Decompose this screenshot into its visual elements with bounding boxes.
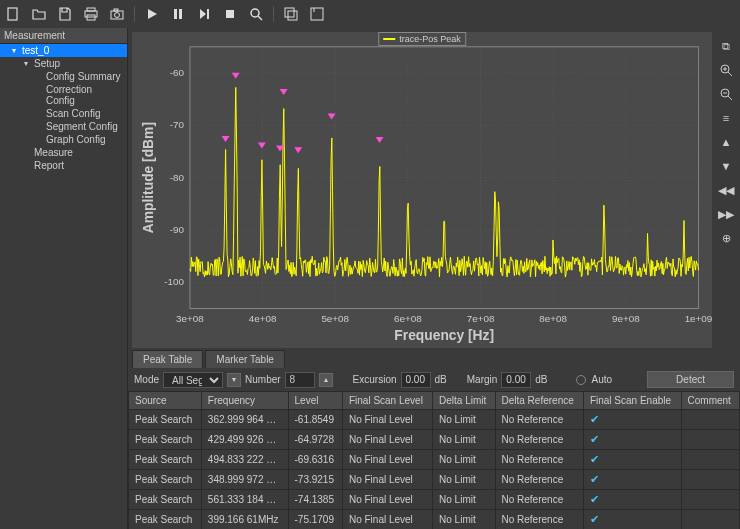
main-toolbar — [0, 0, 740, 28]
pause-icon[interactable] — [169, 5, 187, 23]
svg-text:Amplitude [dBm]: Amplitude [dBm] — [140, 122, 156, 233]
svg-line-47 — [728, 72, 732, 76]
tree-item-correction-config[interactable]: Correction Config — [0, 83, 127, 107]
svg-line-51 — [728, 96, 732, 100]
spectrum-chart[interactable]: trace-Pos Peak -60-70-80-90-1003e+084e+0… — [132, 32, 712, 348]
svg-text:7e+08: 7e+08 — [467, 313, 495, 324]
svg-point-5 — [115, 13, 120, 18]
auto-label: Auto — [592, 374, 613, 385]
svg-line-12 — [258, 16, 262, 20]
right-icon[interactable]: ▶▶ — [718, 206, 734, 222]
mode-select[interactable]: All Seg — [163, 372, 223, 388]
tab-marker-table[interactable]: Marker Table — [205, 350, 285, 368]
separator — [134, 6, 135, 22]
sidebar-header: Measurement — [0, 28, 127, 44]
play-icon[interactable] — [143, 5, 161, 23]
col-frequency[interactable]: Frequency — [201, 392, 288, 410]
window-tile-icon[interactable] — [308, 5, 326, 23]
svg-text:-60: -60 — [170, 67, 185, 78]
tree-item-segment-config[interactable]: Segment Config — [0, 120, 127, 133]
result-tabs: Peak Table Marker Table — [128, 348, 740, 368]
unit-label-1: dB — [435, 374, 447, 385]
svg-rect-6 — [114, 9, 118, 11]
table-row[interactable]: Peak Search399.166 61MHz-75.1709No Final… — [129, 510, 740, 530]
tree-item-config-summary[interactable]: Config Summary — [0, 70, 127, 83]
svg-rect-7 — [174, 9, 177, 19]
table-row[interactable]: Peak Search429.499 926 …-64.9728No Final… — [129, 430, 740, 450]
number-input[interactable] — [285, 372, 315, 388]
svg-text:4e+08: 4e+08 — [249, 313, 277, 324]
auto-radio[interactable] — [576, 375, 586, 385]
col-delta-limit[interactable]: Delta Limit — [433, 392, 495, 410]
col-delta-reference[interactable]: Delta Reference — [495, 392, 583, 410]
tree-item-report[interactable]: Report — [0, 159, 127, 172]
svg-text:1e+09: 1e+09 — [685, 313, 712, 324]
tree-item-measure[interactable]: Measure — [0, 146, 127, 159]
col-level[interactable]: Level — [288, 392, 342, 410]
svg-text:6e+08: 6e+08 — [394, 313, 422, 324]
zoom-out-icon[interactable] — [718, 86, 734, 102]
svg-text:5e+08: 5e+08 — [321, 313, 349, 324]
table-row[interactable]: Peak Search362.999 964 …-61.8549No Final… — [129, 410, 740, 430]
svg-rect-14 — [288, 11, 297, 20]
svg-rect-9 — [207, 9, 209, 19]
margin-label: Margin — [467, 374, 498, 385]
separator — [273, 6, 274, 22]
svg-rect-13 — [285, 8, 294, 17]
tab-peak-table[interactable]: Peak Table — [132, 350, 203, 368]
svg-rect-8 — [179, 9, 182, 19]
tree-item-setup[interactable]: ▾Setup — [0, 57, 127, 70]
legend-label: trace-Pos Peak — [399, 34, 461, 44]
svg-text:Frequency [Hz]: Frequency [Hz] — [394, 327, 494, 343]
svg-rect-10 — [226, 10, 234, 18]
svg-rect-15 — [311, 8, 323, 20]
svg-text:-90: -90 — [170, 224, 185, 235]
peak-controls: Mode All Seg ▾ Number ▴ Excursion dB Mar… — [128, 368, 740, 391]
down-icon[interactable]: ▼ — [718, 158, 734, 174]
tree-item-graph-config[interactable]: Graph Config — [0, 133, 127, 146]
open-icon[interactable] — [30, 5, 48, 23]
tree-item-test_0[interactable]: ▾test_0 — [0, 44, 127, 57]
tree-item-scan-config[interactable]: Scan Config — [0, 107, 127, 120]
unit-label-2: dB — [535, 374, 547, 385]
copy-icon[interactable]: ⧉ — [718, 38, 734, 54]
col-comment[interactable]: Comment — [681, 392, 739, 410]
svg-rect-0 — [8, 8, 17, 20]
number-label: Number — [245, 374, 281, 385]
table-row[interactable]: Peak Search494.833 222 …-69.6316No Final… — [129, 450, 740, 470]
svg-text:-80: -80 — [170, 172, 185, 183]
table-row[interactable]: Peak Search348.999 972 …-73.9215No Final… — [129, 470, 740, 490]
save-icon[interactable] — [56, 5, 74, 23]
peak-table[interactable]: SourceFrequencyLevelFinal Scan LevelDelt… — [128, 391, 740, 529]
target-icon[interactable]: ⊕ — [718, 230, 734, 246]
new-icon[interactable] — [4, 5, 22, 23]
chart-toolbar: ⧉ ≡ ▲ ▼ ◀◀ ▶▶ ⊕ — [712, 32, 740, 348]
zoom-in-icon[interactable] — [718, 62, 734, 78]
svg-text:9e+08: 9e+08 — [612, 313, 640, 324]
mode-dropdown-icon[interactable]: ▾ — [227, 373, 241, 387]
up-icon[interactable]: ▲ — [718, 134, 734, 150]
col-final-scan-level[interactable]: Final Scan Level — [342, 392, 432, 410]
left-icon[interactable]: ◀◀ — [718, 182, 734, 198]
measurement-sidebar: Measurement ▾test_0▾SetupConfig SummaryC… — [0, 28, 128, 529]
window-cascade-icon[interactable] — [282, 5, 300, 23]
svg-text:-100: -100 — [164, 276, 184, 287]
col-final-scan-enable[interactable]: Final Scan Enable — [583, 392, 681, 410]
print-icon[interactable] — [82, 5, 100, 23]
search-icon[interactable] — [247, 5, 265, 23]
svg-text:8e+08: 8e+08 — [539, 313, 567, 324]
col-source[interactable]: Source — [129, 392, 202, 410]
excursion-input[interactable] — [401, 372, 431, 388]
camera-icon[interactable] — [108, 5, 126, 23]
excursion-label: Excursion — [353, 374, 397, 385]
number-spinner[interactable]: ▴ — [319, 373, 333, 387]
svg-text:3e+08: 3e+08 — [176, 313, 204, 324]
legend-line-icon — [383, 38, 395, 40]
detect-button[interactable]: Detect — [647, 371, 734, 388]
table-row[interactable]: Peak Search561.333 184 …-74.1385No Final… — [129, 490, 740, 510]
step-icon[interactable] — [195, 5, 213, 23]
chart-legend: trace-Pos Peak — [378, 32, 466, 46]
margin-input[interactable] — [501, 372, 531, 388]
stop-icon[interactable] — [221, 5, 239, 23]
menu-icon[interactable]: ≡ — [718, 110, 734, 126]
